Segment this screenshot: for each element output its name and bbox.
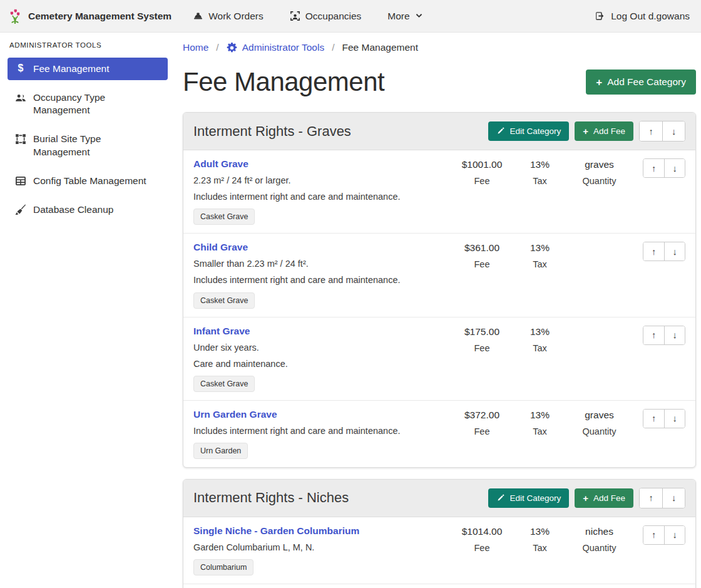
move-category-up-button[interactable]: ↑ <box>640 121 662 141</box>
category-card-graves: Interment Rights - Graves Edit Category … <box>183 112 696 468</box>
sidebar-item-label: Database Cleanup <box>33 204 113 216</box>
fee-type-badge: Casket Grave <box>193 209 255 225</box>
sidebar-item-config-table-management[interactable]: Config Table Management <box>8 170 168 192</box>
fee-amount: $372.00 <box>464 410 499 421</box>
brand[interactable]: Cemetery Management System <box>8 8 171 24</box>
quantity-value: graves <box>585 159 614 170</box>
logout-icon <box>595 11 605 21</box>
fee-amount-label: Fee <box>474 426 490 436</box>
move-fee-down-button[interactable]: ↓ <box>664 242 685 260</box>
move-fee-down-button[interactable]: ↓ <box>664 326 685 344</box>
sidebar-item-database-cleanup[interactable]: Database Cleanup <box>8 199 168 221</box>
sidebar-item-occupancy-type-management[interactable]: Occupancy Type Management <box>8 86 168 121</box>
edit-category-button[interactable]: Edit Category <box>488 121 569 141</box>
move-fee-down-button[interactable]: ↓ <box>664 159 685 177</box>
fee-description: Includes interment right and care and ma… <box>193 274 448 286</box>
fee-type-badge: Columbarium <box>193 559 253 575</box>
add-fee-button[interactable]: + Add Fee <box>575 488 633 508</box>
top-navbar: Cemetery Management System Work Orders O… <box>0 0 701 33</box>
edit-category-button[interactable]: Edit Category <box>488 488 569 508</box>
move-fee-up-button[interactable]: ↑ <box>643 526 664 544</box>
fee-amount: $1001.00 <box>462 159 503 170</box>
fee-description: Includes interment right and care and ma… <box>193 425 448 436</box>
tax-label: Tax <box>533 543 547 553</box>
move-fee-up-button[interactable]: ↑ <box>643 410 664 428</box>
fee-amount-cell: $361.00 Fee <box>448 242 516 269</box>
move-fee-down-button[interactable]: ↓ <box>664 410 685 428</box>
fee-reorder-group: ↑ ↓ <box>643 158 685 178</box>
tax-cell: 13% Tax <box>516 326 563 353</box>
fee-name-link[interactable]: Adult Grave <box>193 158 248 170</box>
category-title: Interment Rights - Graves <box>193 123 351 140</box>
nav-item-occupancies[interactable]: Occupancies <box>290 11 362 22</box>
tax-cell: 13% Tax <box>516 525 563 553</box>
category-reorder-group: ↑ ↓ <box>639 488 685 508</box>
fee-amount-cell: $175.00 Fee <box>448 326 516 353</box>
add-fee-label: Add Fee <box>593 493 625 503</box>
tax-label: Tax <box>533 343 547 353</box>
category-header: Interment Rights - Niches Edit Category … <box>183 480 695 517</box>
edit-category-label: Edit Category <box>509 493 561 503</box>
nav-item-label: Work Orders <box>208 11 264 22</box>
fee-amount-cell: $1014.00 Fee <box>448 525 516 553</box>
quantity-label: Quantity <box>583 426 617 436</box>
tax-cell: 13% Tax <box>516 409 563 436</box>
breadcrumb-current: Fee Management <box>342 42 419 53</box>
tax-label: Tax <box>533 176 547 186</box>
move-category-down-button[interactable]: ↓ <box>662 121 685 141</box>
fee-amount-label: Fee <box>474 343 490 353</box>
tax-value: 13% <box>530 326 550 338</box>
quantity-value: niches <box>585 526 613 537</box>
tax-cell: 13% Tax <box>516 242 563 269</box>
category-title: Interment Rights - Niches <box>193 490 349 506</box>
nav-item-more[interactable]: More <box>387 11 422 22</box>
plus-icon: + <box>583 127 588 135</box>
move-fee-up-button[interactable]: ↑ <box>643 242 664 260</box>
fee-amount: $361.00 <box>464 242 499 254</box>
fee-info: Adult Grave 2.23 m² / 24 ft² or larger. … <box>193 158 448 225</box>
pencil-icon <box>496 494 504 502</box>
move-category-up-button[interactable]: ↑ <box>640 488 662 508</box>
fee-amount: $175.00 <box>464 326 499 338</box>
nav-item-work-orders[interactable]: Work Orders <box>193 11 264 22</box>
move-fee-down-button[interactable]: ↓ <box>664 526 685 544</box>
fee-reorder-group: ↑ ↓ <box>643 409 685 428</box>
plus-icon: + <box>596 78 602 86</box>
sidebar-heading: ADMINISTRATOR TOOLS <box>9 41 168 49</box>
nav-item-label: Occupancies <box>305 11 362 22</box>
quantity-value: graves <box>585 410 614 421</box>
fee-row-companion-niche: Companion Niche - Garden Columbarium Gar… <box>183 584 695 588</box>
table-icon <box>15 175 26 187</box>
logout-button[interactable]: Log Out d.gowans <box>595 11 690 22</box>
breadcrumb: Home / Administrator Tools / Fee Managem… <box>183 42 696 53</box>
move-category-down-button[interactable]: ↓ <box>662 488 685 508</box>
fee-info: Urn Garden Grave Includes interment righ… <box>193 409 448 459</box>
breadcrumb-separator: / <box>208 42 226 53</box>
sidebar-item-fee-management[interactable]: $ Fee Management <box>8 58 168 80</box>
app-title: Cemetery Management System <box>28 11 171 22</box>
move-fee-up-button[interactable]: ↑ <box>643 159 664 177</box>
sidebar-item-label: Burial Site Type Management <box>33 133 160 158</box>
tax-label: Tax <box>533 426 547 436</box>
dollar-icon: $ <box>15 63 26 73</box>
fee-name-link[interactable]: Child Grave <box>193 242 248 253</box>
breadcrumb-home-link[interactable]: Home <box>183 42 208 53</box>
fee-description: Care and maintenance. <box>193 358 448 369</box>
sidebar-item-label: Occupancy Type Management <box>33 91 160 116</box>
fee-amount: $1014.00 <box>462 526 503 537</box>
tax-value: 13% <box>530 159 550 170</box>
fee-row-infant-grave: Infant Grave Under six years. Care and m… <box>183 317 695 400</box>
fee-name-link[interactable]: Single Niche - Garden Columbarium <box>193 525 359 537</box>
fee-name-link[interactable]: Infant Grave <box>193 326 250 337</box>
fee-name-link[interactable]: Urn Garden Grave <box>193 409 277 420</box>
move-fee-up-button[interactable]: ↑ <box>643 326 664 344</box>
add-fee-category-button[interactable]: + Add Fee Category <box>586 70 696 95</box>
sidebar-item-burial-site-type-management[interactable]: Burial Site Type Management <box>8 128 168 163</box>
fee-amount-label: Fee <box>474 176 490 186</box>
tax-cell: 13% Tax <box>516 158 563 186</box>
add-fee-button[interactable]: + Add Fee <box>575 121 633 141</box>
breadcrumb-separator: / <box>324 42 342 53</box>
quantity-cell: graves Quantity <box>563 409 635 436</box>
fee-reorder-group: ↑ ↓ <box>643 525 685 545</box>
breadcrumb-admin-tools-link[interactable]: Administrator Tools <box>227 42 325 53</box>
